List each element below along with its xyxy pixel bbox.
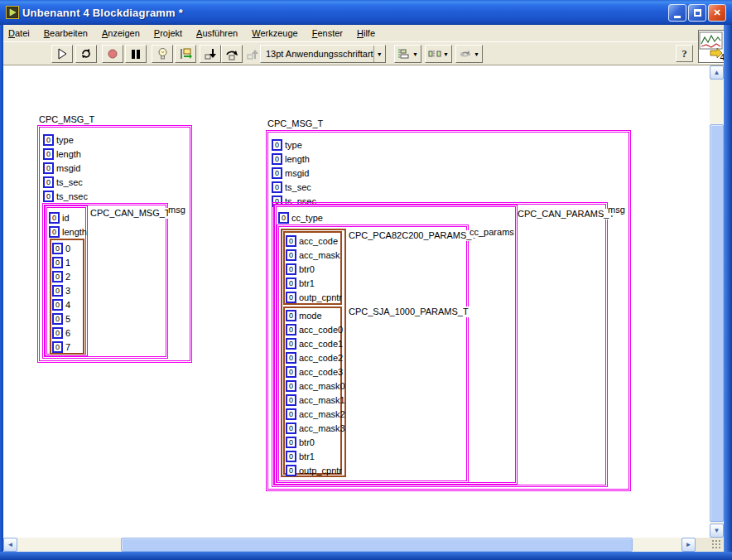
numeric-constant[interactable]: 0 [52, 285, 63, 297]
reorder-objects-button[interactable]: ▼ [455, 45, 483, 63]
pause-button[interactable] [125, 45, 147, 63]
numeric-constant[interactable]: 0 [286, 437, 296, 448]
numeric-constant[interactable]: 0 [43, 176, 54, 188]
horizontal-scrollbar[interactable]: ◄ ► [3, 538, 696, 552]
params-union-box[interactable]: 0acc_code0acc_mask0btr00btr10outp_cpntr … [281, 229, 346, 477]
maximize-button[interactable] [688, 4, 706, 22]
align-objects-button[interactable]: ▼ [394, 45, 421, 63]
labview-app-icon[interactable] [6, 6, 19, 19]
numeric-constant[interactable]: 0 [49, 226, 60, 238]
retain-wire-values-icon [179, 47, 192, 60]
menu-item-datei[interactable]: Datei [3, 27, 35, 40]
numeric-constant[interactable]: 0 [286, 338, 296, 350]
numeric-constant[interactable]: 0 [286, 408, 296, 420]
resize-corner[interactable] [696, 538, 724, 552]
numeric-constant[interactable]: 0 [286, 278, 296, 289]
cluster-field-row: 03 [52, 283, 70, 297]
numeric-constant[interactable]: 0 [286, 394, 296, 406]
numeric-constant[interactable]: 0 [286, 235, 296, 247]
numeric-constant[interactable]: 0 [43, 191, 54, 202]
numeric-constant[interactable]: 0 [272, 181, 282, 193]
block-diagram-canvas[interactable]: CPC_MSG_T 0type0length0msgid0ts_sec0ts_n… [3, 65, 710, 538]
msg-cluster-elements-box[interactable]: 0id0length 0001020304050607 [46, 207, 86, 355]
cluster-constant-left[interactable]: 0type0length0msgid0ts_sec0ts_nsec 0id0le… [39, 127, 190, 361]
cluster-constant-right[interactable]: 0type0length0msgid0ts_sec0ts_nsec 0 cc_t… [267, 132, 629, 490]
msg-cluster-right[interactable]: 0 cc_type 0acc_code0acc_mask0btr00btr10o… [273, 204, 606, 485]
cc-params-cluster[interactable]: 0acc_code0acc_mask0btr00btr10outp_cpntr … [278, 226, 467, 481]
menu-item-bearbeiten[interactable]: Bearbeiten [39, 27, 93, 40]
menu-item-anzeigen[interactable]: Anzeigen [97, 27, 145, 40]
numeric-constant[interactable]: 0 [52, 299, 63, 311]
cluster-field-row: 0msgid [272, 166, 316, 180]
menu-item-hilfe[interactable]: Hilfe [352, 27, 380, 40]
horizontal-scroll-thumb[interactable] [121, 538, 633, 552]
field-label: outp_cpntr [299, 466, 342, 476]
abort-button[interactable] [102, 45, 123, 63]
field-label: ts_sec [285, 182, 311, 192]
field-label: type [56, 135, 74, 145]
scroll-left-button[interactable]: ◄ [3, 538, 17, 552]
sja1000-params-box[interactable]: 0mode0acc_code00acc_code10acc_code20acc_… [283, 307, 342, 475]
vertical-scrollbar[interactable]: ▲ ▼ [710, 65, 724, 538]
retain-wire-values-button[interactable] [175, 45, 196, 63]
numeric-constant[interactable]: 0 [272, 167, 282, 179]
run-button[interactable] [51, 45, 73, 63]
run-continuously-button[interactable] [75, 45, 97, 63]
numeric-constant[interactable]: 0 [52, 313, 63, 325]
numeric-constant[interactable]: 0 [52, 257, 63, 268]
numeric-constant[interactable]: 0 [286, 451, 296, 462]
run-continuously-icon [79, 47, 93, 60]
scroll-right-button[interactable]: ► [681, 538, 696, 552]
numeric-constant[interactable]: 0 [52, 327, 63, 339]
step-over-button[interactable] [221, 45, 243, 63]
menu-item-fenster[interactable]: Fenster [307, 27, 348, 40]
minimize-button[interactable] [668, 4, 686, 22]
numeric-constant[interactable]: 0 [286, 263, 296, 275]
help-button[interactable]: ? [676, 45, 693, 62]
numeric-constant[interactable]: 0 [286, 310, 296, 321]
scroll-up-button[interactable]: ▲ [710, 65, 724, 80]
highlight-execution-button[interactable] [152, 45, 173, 63]
byte-array-box[interactable]: 0001020304050607 [50, 239, 84, 355]
numeric-constant[interactable]: 0 [52, 243, 63, 254]
vertical-scroll-thumb[interactable] [710, 124, 724, 522]
pca82c200-params-box[interactable]: 0acc_code0acc_mask0btr00btr10outp_cpntr [283, 231, 342, 305]
cluster-field-row: 0btr1 [286, 276, 342, 290]
numeric-constant[interactable]: 0 [52, 271, 63, 282]
cluster-field-row: 0acc_code1 [286, 336, 345, 350]
chevron-down-icon: ▼ [474, 51, 479, 57]
font-selector[interactable]: 13pt Anwendungsschriftart ▼ [260, 45, 386, 63]
numeric-constant[interactable]: 0 [286, 249, 296, 261]
menu-item-ausfuehren[interactable]: Ausführen [191, 27, 243, 40]
numeric-constant[interactable]: 0 [278, 212, 289, 224]
menu-item-projekt[interactable]: Projekt [149, 27, 187, 40]
cluster-type-label: CPC_SJA_1000_PARAMS_T [349, 307, 469, 317]
msg-cluster-left[interactable]: 0id0length 0001020304050607 CPC_CAN_MSG_… [44, 205, 166, 357]
vi-icon[interactable]: 4 [698, 30, 726, 63]
step-into-button[interactable] [200, 45, 221, 63]
numeric-constant[interactable]: 0 [286, 324, 296, 336]
numeric-constant[interactable]: 0 [286, 352, 296, 364]
cluster-type-label: CPC_MSG_T [267, 118, 323, 129]
numeric-constant[interactable]: 0 [43, 148, 54, 160]
numeric-constant[interactable]: 0 [272, 153, 282, 165]
distribute-objects-button[interactable]: ▼ [425, 45, 452, 63]
cluster-field-row: 0msgid [43, 161, 88, 175]
numeric-constant[interactable]: 0 [286, 366, 296, 378]
numeric-constant[interactable]: 0 [272, 139, 282, 151]
msg-cluster-elements-box[interactable]: 0 cc_type 0acc_code0acc_mask0btr00btr10o… [276, 206, 516, 483]
scroll-down-button[interactable]: ▼ [710, 524, 724, 538]
numeric-constant[interactable]: 0 [286, 465, 296, 476]
numeric-constant[interactable]: 0 [52, 341, 63, 353]
step-out-button[interactable] [244, 46, 261, 61]
numeric-constant[interactable]: 0 [286, 380, 296, 392]
chevron-down-icon[interactable]: ▼ [373, 46, 385, 62]
numeric-constant[interactable]: 0 [43, 162, 54, 174]
numeric-constant[interactable]: 0 [286, 422, 296, 434]
close-button[interactable]: ✕ [708, 4, 726, 22]
menu-item-werkzeuge[interactable]: Werkzeuge [247, 27, 302, 40]
field-label: 3 [65, 286, 70, 296]
numeric-constant[interactable]: 0 [43, 134, 54, 146]
numeric-constant[interactable]: 0 [49, 212, 60, 224]
numeric-constant[interactable]: 0 [286, 292, 296, 303]
